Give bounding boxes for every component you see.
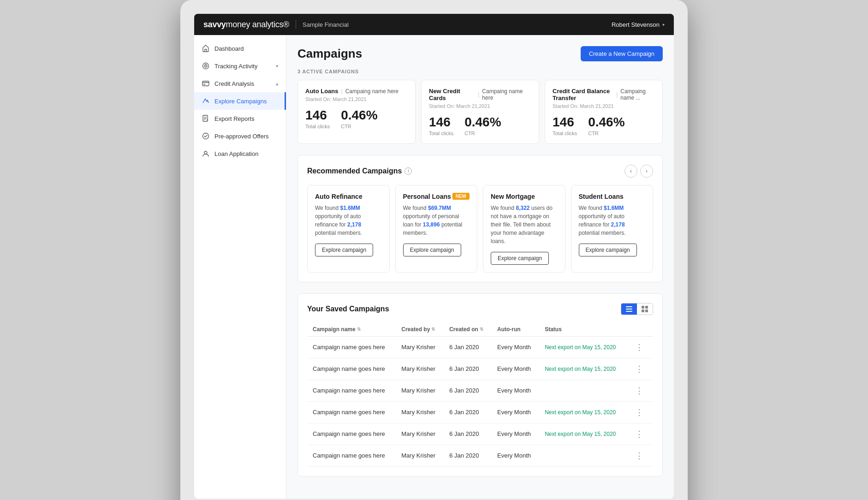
logo-area: savvymoney analytics® Sample Financial xyxy=(203,20,349,30)
create-campaign-button[interactable]: Create a New Campaign xyxy=(581,46,663,61)
svg-rect-12 xyxy=(645,306,648,309)
more-options-btn-0[interactable]: ⋮ xyxy=(632,341,646,353)
campaign-type-2: Credit Card Balance Transfer xyxy=(553,88,613,101)
more-options-btn-4[interactable]: ⋮ xyxy=(632,428,646,440)
cell-name-2: Campaign name goes here xyxy=(307,380,396,401)
campaign-type-0: Auto Loans xyxy=(305,88,339,95)
more-options-btn-3[interactable]: ⋮ xyxy=(632,406,646,418)
cell-created-on-5: 6 Jan 2020 xyxy=(444,445,492,466)
table-row: Campaign name goes here Mary Krisher 6 J… xyxy=(307,380,653,401)
explore-btn-3[interactable]: Explore campaign xyxy=(579,244,637,256)
active-campaign-card-0: Auto Loans | Campaing name here Started … xyxy=(297,80,416,144)
sidebar: Dashboard Tracking Activity ▾ xyxy=(194,35,286,499)
cell-created-on-1: 6 Jan 2020 xyxy=(444,358,492,380)
info-icon[interactable]: i xyxy=(404,167,412,175)
svg-rect-3 xyxy=(202,81,209,86)
recommended-panel-header: Recommended Campaigns i ‹ › xyxy=(307,165,653,178)
credit-icon xyxy=(202,79,210,88)
campaign-started-0: Started On: March 21,2021 xyxy=(305,96,408,102)
cell-created-on-0: 6 Jan 2020 xyxy=(444,336,492,358)
saved-campaigns-table: Campaign name ⇅ Created by ⇅ Created on … xyxy=(307,322,653,467)
cell-created-on-3: 6 Jan 2020 xyxy=(444,401,492,423)
rec-card-title-1: Personal Loans xyxy=(403,193,451,200)
metric-clicks-label-2: Total clicks xyxy=(553,131,577,136)
main-content: Campaigns Create a New Campaign 3 ACTIVE… xyxy=(286,35,674,499)
user-menu[interactable]: Robert Stevenson ▾ xyxy=(612,21,665,28)
metric-clicks-label-0: Total clicks xyxy=(305,124,330,129)
active-campaigns-label: 3 ACTIVE CAMPAIGNS xyxy=(297,69,663,74)
sidebar-item-loan-application[interactable]: Loan Application xyxy=(194,145,286,162)
rec-card-desc-1: We found $69.7MM opportunity of personal… xyxy=(403,204,470,237)
svg-rect-11 xyxy=(642,306,644,309)
reports-icon xyxy=(202,114,210,123)
active-campaigns-grid: Auto Loans | Campaing name here Started … xyxy=(297,80,663,144)
campaign-type-1: New Credit Cards xyxy=(429,88,475,101)
sidebar-item-preapproved[interactable]: Pre-approved Offers xyxy=(194,127,286,145)
cell-created-by-3: Mary Krisher xyxy=(396,401,444,423)
table-row: Campaign name goes here Mary Krisher 6 J… xyxy=(307,445,653,466)
sidebar-item-credit[interactable]: Credit Analysis ▴ xyxy=(194,75,286,92)
sidebar-item-dashboard[interactable]: Dashboard xyxy=(194,40,286,57)
explore-btn-0[interactable]: Explore campaign xyxy=(315,244,373,256)
sidebar-item-explore-campaigns[interactable]: Explore Campaigns xyxy=(194,92,286,110)
metric-ctr-0: 0.46% xyxy=(341,108,377,123)
rec-highlight-1: $69.7MM xyxy=(428,205,451,211)
user-name: Robert Stevenson xyxy=(612,21,660,28)
more-options-btn-2[interactable]: ⋮ xyxy=(632,385,646,397)
next-arrow[interactable]: › xyxy=(640,165,653,178)
offers-icon xyxy=(202,132,210,140)
col-created-by[interactable]: Created by ⇅ xyxy=(401,326,435,333)
rec-card-title-2: New Mortgage xyxy=(491,193,535,200)
svg-rect-4 xyxy=(203,84,205,85)
rec-card-header-3: Student Loans xyxy=(579,193,646,200)
col-campaign-name[interactable]: Campaign name ⇅ xyxy=(313,326,361,333)
cell-created-by-0: Mary Krisher xyxy=(396,336,444,358)
svg-rect-8 xyxy=(626,306,632,307)
metric-ctr-label-2: CTR xyxy=(588,131,624,136)
metric-ctr-1: 0.46% xyxy=(464,115,501,130)
grid-view-toggle[interactable] xyxy=(637,304,653,315)
metric-clicks-label-1: Total clicks xyxy=(429,131,453,136)
rec-card-student-loans: Student Loans We found $1.6MM opportunit… xyxy=(571,185,654,273)
sidebar-label-loan: Loan Application xyxy=(214,150,258,157)
sidebar-label-export: Export Reports xyxy=(214,115,255,122)
chevron-down-icon: ▾ xyxy=(662,22,665,27)
explore-btn-1[interactable]: Explore campaign xyxy=(403,244,461,256)
rec-card-auto-refinance: Auto Refinance We found $1.6MM opportuni… xyxy=(307,185,390,273)
metric-clicks-0: 146 xyxy=(305,108,330,123)
explore-btn-2[interactable]: Explore campaign xyxy=(491,252,549,265)
page-header: Campaigns Create a New Campaign xyxy=(297,46,663,61)
rec-card-header-2: New Mortgage xyxy=(491,193,558,200)
svg-rect-13 xyxy=(642,310,644,312)
cell-created-by-4: Mary Krisher xyxy=(396,423,444,445)
metric-ctr-label-1: CTR xyxy=(464,131,501,136)
table-row: Campaign name goes here Mary Krisher 6 J… xyxy=(307,336,653,358)
cell-created-on-4: 6 Jan 2020 xyxy=(444,423,492,445)
list-view-toggle[interactable] xyxy=(621,304,637,315)
rec-card-header-1: Personal Loans NEW xyxy=(403,193,470,200)
metric-ctr-2: 0.46% xyxy=(588,115,624,130)
campaign-name-1: Campaing name here xyxy=(482,88,531,101)
col-created-on[interactable]: Created on ⇅ xyxy=(449,326,483,333)
cell-name-0: Campaign name goes here xyxy=(307,336,396,358)
sidebar-item-tracking[interactable]: Tracking Activity ▾ xyxy=(194,57,286,75)
sidebar-label-explore: Explore Campaigns xyxy=(214,98,267,105)
svg-rect-14 xyxy=(645,310,648,312)
chevron-down-icon: ▾ xyxy=(276,63,279,69)
active-campaign-card-2: Credit Card Balance Transfer | Campaing … xyxy=(545,80,663,144)
rec-card-title-3: Student Loans xyxy=(579,193,624,200)
more-options-btn-5[interactable]: ⋮ xyxy=(632,450,646,462)
logo: savvymoney analytics® xyxy=(203,20,289,30)
cell-auto-run-5: Every Month xyxy=(492,445,539,466)
sidebar-item-export-reports[interactable]: Export Reports xyxy=(194,110,286,127)
rec-card-personal-loans: Personal Loans NEW We found $69.7MM oppo… xyxy=(395,185,478,273)
cell-auto-run-0: Every Month xyxy=(492,336,539,358)
svg-point-6 xyxy=(203,133,209,139)
prev-arrow[interactable]: ‹ xyxy=(624,165,637,178)
svg-point-7 xyxy=(204,151,207,154)
metric-ctr-label-0: CTR xyxy=(341,124,377,129)
more-options-btn-1[interactable]: ⋮ xyxy=(632,363,646,375)
table-row: Campaign name goes here Mary Krisher 6 J… xyxy=(307,401,653,423)
metric-clicks-1: 146 xyxy=(429,115,453,130)
campaign-name-2: Campaing name ... xyxy=(620,88,655,101)
